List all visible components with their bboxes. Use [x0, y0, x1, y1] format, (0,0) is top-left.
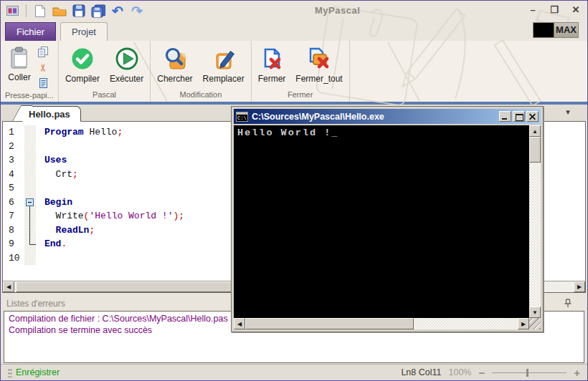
code-text: [36, 181, 44, 196]
doc-tab-hello[interactable]: Hello.pas: [22, 106, 81, 122]
code-text: End.: [36, 237, 67, 251]
max-toggle-label: MAX: [554, 23, 578, 37]
group-pascal: Compiler Exécuter Pascal: [59, 41, 151, 102]
line-number: 9: [3, 237, 24, 251]
quick-access-toolbar: ↶ ↷: [1, 4, 144, 18]
console-scroll-left-button[interactable]: ◀: [234, 318, 245, 329]
tab-overflow-button[interactable]: ▾: [560, 107, 576, 117]
app-window: ↶ ↷ MyPascal – ❒ ✕ Fichier Projet MAX: [0, 0, 588, 381]
chevron-down-icon: ▾: [566, 107, 570, 116]
save-all-icon[interactable]: [91, 4, 105, 18]
clipboard-small-buttons: ✂: [37, 44, 49, 90]
redo-icon[interactable]: ↷: [130, 4, 144, 18]
line-number: 5: [3, 181, 24, 196]
fold-margin: [24, 168, 36, 182]
fold-margin: [24, 140, 36, 154]
code-text: Uses: [36, 153, 67, 168]
console-vscrollbar[interactable]: ▲ ▼: [529, 125, 541, 318]
maximize-button[interactable]: ❒: [547, 3, 561, 17]
console-maximize-button[interactable]: [513, 111, 525, 122]
close-file-button[interactable]: Fermer: [253, 44, 291, 86]
console-cursor: _: [331, 127, 338, 138]
line-number: 6: [3, 196, 24, 210]
console-title: C:\Sources\MyPascal\Hello.exe: [252, 112, 495, 122]
search-button[interactable]: Chercher: [152, 44, 197, 86]
resize-grip-icon[interactable]: [529, 318, 541, 329]
console-scroll-right-button[interactable]: ▶: [518, 318, 529, 329]
code-text: [36, 140, 44, 154]
undo-icon[interactable]: ↶: [110, 4, 125, 18]
fold-toggle-icon[interactable]: [26, 198, 34, 206]
open-folder-icon[interactable]: [52, 4, 67, 18]
zoom-in-button[interactable]: +: [574, 367, 580, 379]
console-scroll-down-button[interactable]: ▼: [529, 307, 541, 318]
console-close-button[interactable]: [526, 111, 539, 122]
fold-margin: [24, 181, 36, 196]
clipboard-paste-icon: [7, 46, 32, 70]
paste-text-icon[interactable]: [37, 77, 49, 90]
group-fermer: Fermer Fermer_tout Fermer: [252, 41, 350, 102]
console-titlebar[interactable]: C:\ C:\Sources\MyPascal\Hello.exe: [234, 109, 541, 124]
zoom-out-button[interactable]: −: [478, 367, 485, 379]
fold-margin: [24, 153, 36, 168]
max-toggle-black: [534, 23, 554, 37]
toolbar-separator: [26, 4, 27, 17]
console-hscrollbar[interactable]: ◀ ▶: [234, 318, 529, 329]
code-text: ReadLn;: [36, 223, 95, 238]
run-button[interactable]: Exécuter: [105, 44, 148, 86]
line-number: 4: [3, 168, 24, 182]
save-status-label: Enrégistrer: [16, 367, 60, 377]
window-controls: – ❒ ✕: [526, 3, 583, 17]
close-all-doc-icon: [305, 46, 333, 72]
fold-margin: [24, 196, 36, 210]
error-panel-title: Listes d'erreurs: [6, 299, 65, 309]
max-toggle[interactable]: MAX: [533, 22, 579, 38]
save-icon[interactable]: [72, 4, 86, 18]
minimize-button[interactable]: –: [526, 3, 540, 17]
scroll-left-button[interactable]: ◀: [3, 281, 14, 292]
console-vscroll-thumb[interactable]: [529, 137, 541, 163]
cmd-icon: C:\: [236, 112, 248, 122]
ribbon: Coller ✂ Presse-papi...: [1, 41, 587, 102]
group-label-fermer: Fermer: [253, 89, 348, 102]
ribbon-tab-fichier[interactable]: Fichier: [5, 22, 56, 41]
close-button[interactable]: ✕: [569, 3, 583, 17]
code-text: Crt;: [36, 168, 78, 182]
group-label-presse-papiers: Presse-papi...: [2, 90, 57, 102]
console-hscroll-thumb[interactable]: [245, 318, 414, 329]
doc-tab-label: Hello.pas: [29, 109, 70, 120]
new-document-icon[interactable]: [33, 4, 47, 18]
replace-button[interactable]: Remplacer: [198, 44, 250, 86]
status-bar: Enrégistrer Ln8 Col11 100% − +: [1, 364, 587, 380]
search-doc-icon: [162, 46, 188, 72]
paste-button[interactable]: Coller: [2, 44, 37, 85]
titlebar: ↶ ↷ MyPascal – ❒ ✕: [1, 1, 587, 21]
console-window: C:\ C:\Sources\MyPascal\Hello.exe Hello …: [231, 106, 544, 332]
fold-margin: [24, 209, 36, 223]
line-number: 3: [3, 153, 24, 168]
window-title: MyPascal: [315, 5, 360, 16]
cut-icon[interactable]: ✂: [37, 61, 49, 74]
status-grip: [8, 368, 12, 377]
compile-check-icon: [70, 46, 95, 72]
compile-button[interactable]: Compiler: [60, 44, 105, 86]
console-output-area[interactable]: Hello World !_: [234, 125, 529, 318]
console-minimize-button[interactable]: [499, 111, 511, 122]
code-text: Begin: [36, 196, 72, 210]
close-all-button[interactable]: Fermer_tout: [290, 44, 347, 86]
zoom-slider-thumb[interactable]: [526, 369, 528, 377]
scroll-right-button[interactable]: ▶: [574, 281, 585, 292]
line-number: 2: [3, 140, 24, 154]
cursor-position-label: Ln8 Col11: [401, 367, 441, 377]
console-output: Hello World !: [237, 127, 331, 138]
ribbon-tab-projet[interactable]: Projet: [60, 22, 108, 41]
pin-button[interactable]: [563, 298, 574, 309]
replace-pencil-icon: [211, 46, 237, 72]
zoom-slider[interactable]: [492, 368, 566, 377]
code-text: Program Hello;: [36, 125, 123, 140]
ribbon-tab-row: Fichier Projet MAX: [1, 21, 587, 41]
console-scroll-up-button[interactable]: ▲: [529, 125, 541, 137]
line-number: 8: [3, 223, 24, 238]
code-text: [36, 251, 44, 266]
copy-icon[interactable]: [37, 45, 49, 58]
